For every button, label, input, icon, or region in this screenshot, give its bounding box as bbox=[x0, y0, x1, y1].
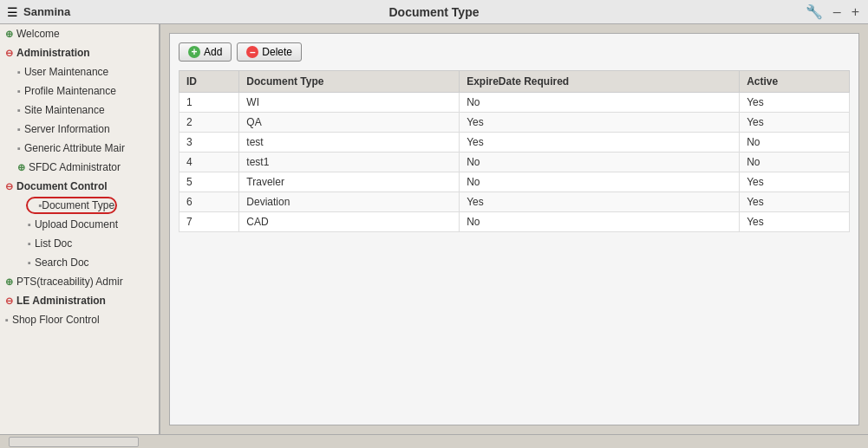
cell-active: No bbox=[740, 133, 850, 153]
sidebar-item-server-information[interactable]: ▪ Server Information bbox=[0, 120, 159, 139]
sidebar-item-generic-attribute[interactable]: ▪ Generic Attribute Mair bbox=[0, 139, 159, 158]
minus-icon-docctrl: ⊖ bbox=[5, 181, 13, 192]
minus-icon-admin: ⊖ bbox=[5, 48, 13, 59]
sidebar-label-welcome: Welcome bbox=[16, 28, 60, 40]
add-label: Add bbox=[204, 46, 222, 58]
doc-icon-upload: ▪ bbox=[28, 219, 31, 230]
sidebar-item-profile-maintenance[interactable]: ▪ Profile Maintenance bbox=[0, 81, 159, 101]
cell-active: Yes bbox=[740, 93, 850, 113]
table-row[interactable]: 6DeviationYesYes bbox=[179, 192, 850, 212]
sidebar-label-user-maintenance: User Maintenance bbox=[24, 66, 108, 78]
cell-expire-required: No bbox=[460, 172, 740, 192]
maximize-button[interactable]: + bbox=[850, 4, 861, 20]
col-id: ID bbox=[179, 71, 239, 93]
sidebar-item-document-control[interactable]: ⊖ Document Control bbox=[0, 177, 159, 196]
sidebar: ⊕ Welcome ⊖ Administration ▪ User Mainte… bbox=[0, 24, 160, 434]
cell-id: 4 bbox=[179, 153, 239, 172]
cell-doc-type: test1 bbox=[239, 153, 460, 172]
hamburger-icon[interactable]: ☰ bbox=[7, 5, 18, 19]
cell-doc-type: test bbox=[239, 133, 460, 153]
delete-label: Delete bbox=[262, 46, 292, 58]
cell-expire-required: No bbox=[460, 153, 740, 172]
cell-expire-required: Yes bbox=[460, 113, 740, 133]
cell-id: 2 bbox=[179, 113, 239, 133]
doc-icon-searchdoc: ▪ bbox=[28, 257, 31, 268]
sidebar-item-sfdc-administrator[interactable]: ⊕ SFDC Administrator bbox=[0, 158, 159, 177]
cell-id: 6 bbox=[179, 192, 239, 212]
plus-icon-sfdc: ⊕ bbox=[17, 162, 25, 173]
cell-id: 7 bbox=[179, 212, 239, 232]
col-expire-date: ExpireDate Required bbox=[460, 71, 740, 93]
table-row[interactable]: 1WINoYes bbox=[179, 93, 850, 113]
sidebar-item-welcome[interactable]: ⊕ Welcome bbox=[0, 24, 159, 43]
sidebar-label-pts: PTS(traceability) Admir bbox=[16, 276, 123, 288]
cell-active: No bbox=[740, 153, 850, 172]
cell-doc-type: Traveler bbox=[239, 172, 460, 192]
doc-icon-shopfloor: ▪ bbox=[5, 315, 9, 325]
toolbar: + Add – Delete bbox=[179, 42, 850, 62]
sidebar-item-le-administration[interactable]: ⊖ LE Administration bbox=[0, 291, 159, 310]
sidebar-item-site-maintenance[interactable]: ▪ Site Maintenance bbox=[0, 101, 159, 120]
sidebar-item-search-doc[interactable]: ▪ Search Doc bbox=[0, 253, 159, 272]
cell-id: 5 bbox=[179, 172, 239, 192]
content-area: + Add – Delete ID Document Type ExpireDa… bbox=[160, 24, 868, 434]
table-row[interactable]: 5TravelerNoYes bbox=[179, 172, 850, 192]
cell-expire-required: Yes bbox=[460, 192, 740, 212]
bottom-bar bbox=[0, 434, 868, 448]
title-bar: ☰ Sanmina Document Type 🔧 – + bbox=[0, 0, 868, 24]
cell-doc-type: Deviation bbox=[239, 192, 460, 212]
delete-button[interactable]: – Delete bbox=[237, 42, 302, 62]
table-body: 1WINoYes2QAYesYes3testYesNo4test1NoNo5Tr… bbox=[179, 93, 850, 232]
sidebar-item-user-maintenance[interactable]: ▪ User Maintenance bbox=[0, 62, 159, 81]
sidebar-label-server-information: Server Information bbox=[24, 123, 110, 135]
sidebar-item-administration[interactable]: ⊖ Administration bbox=[0, 43, 159, 62]
content-panel: + Add – Delete ID Document Type ExpireDa… bbox=[169, 33, 859, 425]
cell-id: 3 bbox=[179, 133, 239, 153]
minimize-button[interactable]: – bbox=[832, 4, 843, 20]
sidebar-label-upload-document: Upload Document bbox=[35, 218, 118, 230]
table-row[interactable]: 7CADNoYes bbox=[179, 212, 850, 232]
cell-doc-type: WI bbox=[239, 93, 460, 113]
add-circle-icon: + bbox=[188, 46, 200, 58]
sidebar-label-list-doc: List Doc bbox=[35, 237, 72, 250]
cell-active: Yes bbox=[740, 172, 850, 192]
col-active: Active bbox=[740, 71, 850, 93]
sidebar-item-document-type[interactable]: ▪ Document Type bbox=[0, 196, 159, 215]
cell-active: Yes bbox=[740, 113, 850, 133]
sidebar-label-administration: Administration bbox=[16, 47, 90, 59]
document-type-table: ID Document Type ExpireDate Required Act… bbox=[179, 70, 850, 232]
sidebar-item-pts[interactable]: ⊕ PTS(traceability) Admir bbox=[0, 272, 159, 291]
cell-doc-type: QA bbox=[239, 113, 460, 133]
doc-icon-site: ▪ bbox=[17, 105, 21, 115]
sidebar-label-sfdc: SFDC Administrator bbox=[29, 161, 121, 173]
table-header-row: ID Document Type ExpireDate Required Act… bbox=[179, 71, 850, 93]
wrench-button[interactable]: 🔧 bbox=[804, 3, 825, 20]
doc-icon-user: ▪ bbox=[17, 67, 21, 77]
cell-expire-required: Yes bbox=[460, 133, 740, 153]
sidebar-label-document-control: Document Control bbox=[16, 180, 108, 192]
cell-active: Yes bbox=[740, 192, 850, 212]
plus-icon: ⊕ bbox=[5, 29, 13, 40]
cell-active: Yes bbox=[740, 212, 850, 232]
panel-title-center: Document Type bbox=[389, 5, 480, 19]
sidebar-item-upload-document[interactable]: ▪ Upload Document bbox=[0, 215, 159, 234]
sidebar-label-le-administration: LE Administration bbox=[16, 295, 106, 307]
add-button[interactable]: + Add bbox=[179, 42, 232, 62]
app-title: Sanmina bbox=[23, 5, 70, 18]
cell-doc-type: CAD bbox=[239, 212, 460, 232]
sidebar-label-search-doc: Search Doc bbox=[35, 256, 89, 269]
doc-icon-server: ▪ bbox=[17, 124, 21, 134]
sidebar-item-shop-floor[interactable]: ▪ Shop Floor Control bbox=[0, 310, 159, 329]
cell-id: 1 bbox=[179, 93, 239, 113]
sidebar-label-site-maintenance: Site Maintenance bbox=[24, 104, 105, 116]
sidebar-label-profile-maintenance: Profile Maintenance bbox=[24, 85, 116, 97]
sidebar-label-document-type: Document Type bbox=[42, 199, 114, 211]
table-row[interactable]: 3testYesNo bbox=[179, 133, 850, 153]
sidebar-item-list-doc[interactable]: ▪ List Doc bbox=[0, 234, 159, 253]
col-document-type: Document Type bbox=[239, 71, 460, 93]
cell-expire-required: No bbox=[460, 212, 740, 232]
table-row[interactable]: 4test1NoNo bbox=[179, 153, 850, 172]
horizontal-scrollbar[interactable] bbox=[9, 437, 139, 447]
doc-icon-listdoc: ▪ bbox=[28, 238, 31, 249]
table-row[interactable]: 2QAYesYes bbox=[179, 113, 850, 133]
